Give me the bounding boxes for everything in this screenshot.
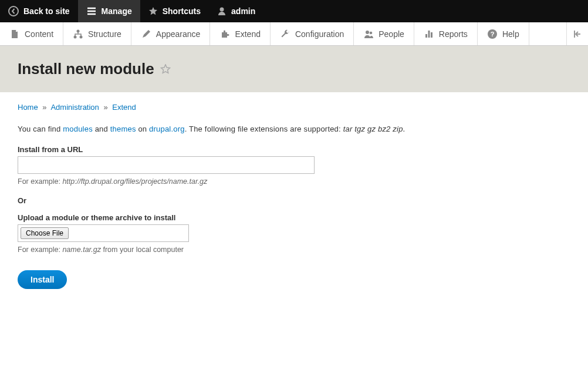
upload-help-suffix: from your local computer	[101, 246, 184, 254]
breadcrumb: Home » Administration » Extend	[18, 103, 570, 112]
form-item-url: Install from a URL For example: http://f…	[18, 145, 570, 186]
user-icon	[217, 6, 227, 16]
upload-help-prefix: For example:	[18, 246, 62, 254]
tab-structure[interactable]: Structure	[63, 22, 131, 45]
intro-suffix: . The following file extensions are supp…	[185, 125, 343, 133]
paintbrush-icon	[141, 29, 151, 39]
breadcrumb-sep: »	[103, 103, 107, 112]
breadcrumb-extend[interactable]: Extend	[112, 103, 136, 112]
url-label: Install from a URL	[18, 145, 570, 154]
admin-menu: Content Structure Appearance Extend Conf…	[0, 22, 588, 46]
url-help-example: http://ftp.drupal.org/files/projects/nam…	[62, 177, 207, 186]
themes-link[interactable]: themes	[110, 125, 136, 133]
svg-point-0	[9, 6, 18, 16]
collapse-arrow-icon	[572, 29, 583, 39]
tab-help[interactable]: ? Help	[478, 22, 529, 45]
manage-button[interactable]: Manage	[78, 0, 140, 22]
hamburger-icon	[86, 6, 97, 16]
or-separator: Or	[18, 196, 570, 205]
svg-rect-10	[425, 34, 427, 38]
chevron-left-circle-icon	[8, 6, 19, 16]
upload-label: Upload a module or theme archive to inst…	[18, 213, 570, 222]
user-label: admin	[231, 6, 255, 16]
breadcrumb-home[interactable]: Home	[18, 103, 38, 112]
tab-extend-label: Extend	[235, 29, 261, 39]
install-button[interactable]: Install	[18, 270, 67, 289]
svg-text:?: ?	[491, 31, 495, 38]
svg-point-4	[220, 8, 224, 12]
svg-point-7	[80, 35, 83, 38]
tab-content[interactable]: Content	[0, 22, 63, 45]
tab-reports[interactable]: Reports	[414, 22, 478, 45]
title-region: Install new module	[0, 46, 588, 92]
tab-structure-label: Structure	[88, 29, 121, 39]
tab-content-label: Content	[25, 29, 53, 39]
form-item-upload: Upload a module or theme archive to inst…	[18, 213, 570, 254]
tab-help-label: Help	[502, 29, 519, 39]
page-title: Install new module	[18, 60, 154, 78]
intro-period: .	[403, 125, 405, 133]
back-to-site-label: Back to site	[23, 6, 70, 16]
shortcuts-label: Shortcuts	[163, 6, 201, 16]
tab-people[interactable]: People	[354, 22, 414, 45]
choose-file-button[interactable]: Choose File	[21, 227, 69, 239]
wrench-icon	[280, 29, 290, 39]
intro-mid2: on	[136, 125, 149, 133]
hierarchy-icon	[73, 29, 83, 39]
back-to-site-button[interactable]: Back to site	[0, 0, 78, 22]
breadcrumb-sep: »	[42, 103, 46, 112]
drupal-org-link[interactable]: drupal.org	[149, 125, 185, 133]
shortcut-star-icon[interactable]	[160, 64, 171, 75]
tab-appearance-label: Appearance	[156, 29, 201, 39]
tab-configuration-label: Configuration	[295, 29, 344, 39]
toolbar-collapse-button[interactable]	[567, 22, 588, 45]
intro-text: You can find modules and themes on drupa…	[18, 125, 570, 133]
star-icon	[148, 6, 158, 16]
url-help: For example: http://ftp.drupal.org/files…	[18, 177, 570, 186]
help-icon: ?	[487, 29, 498, 39]
url-input[interactable]	[18, 156, 315, 174]
intro-prefix: You can find	[18, 125, 63, 133]
tab-extend[interactable]: Extend	[210, 22, 271, 45]
user-button[interactable]: admin	[209, 0, 263, 22]
breadcrumb-administration[interactable]: Administration	[50, 103, 99, 112]
modules-link[interactable]: modules	[63, 125, 93, 133]
intro-extensions: tar tgz gz bz2 zip	[343, 125, 403, 133]
svg-point-9	[370, 31, 373, 34]
people-icon	[363, 29, 374, 39]
content-region: Home » Administration » Extend You can f…	[0, 92, 588, 307]
shortcuts-button[interactable]: Shortcuts	[140, 0, 209, 22]
tab-configuration[interactable]: Configuration	[271, 22, 354, 45]
bar-chart-icon	[424, 29, 434, 39]
tab-people-label: People	[379, 29, 404, 39]
svg-point-6	[74, 35, 77, 38]
upload-help: For example: name.tar.gz from your local…	[18, 246, 570, 254]
toolbar-top: Back to site Manage Shortcuts admin	[0, 0, 588, 22]
svg-point-5	[77, 29, 80, 32]
tab-reports-label: Reports	[439, 29, 468, 39]
manage-label: Manage	[102, 6, 132, 16]
puzzle-icon	[219, 29, 230, 39]
svg-rect-11	[428, 31, 430, 38]
upload-help-example: name.tar.gz	[62, 246, 101, 254]
admin-menu-spacer	[529, 22, 567, 45]
svg-rect-12	[431, 32, 432, 38]
svg-point-8	[366, 31, 369, 34]
page-title-heading: Install new module	[18, 60, 570, 78]
file-input-wrapper[interactable]: Choose File	[18, 224, 189, 242]
document-icon	[9, 29, 20, 39]
tab-appearance[interactable]: Appearance	[131, 22, 211, 45]
intro-mid1: and	[93, 125, 110, 133]
url-help-prefix: For example:	[18, 177, 62, 186]
